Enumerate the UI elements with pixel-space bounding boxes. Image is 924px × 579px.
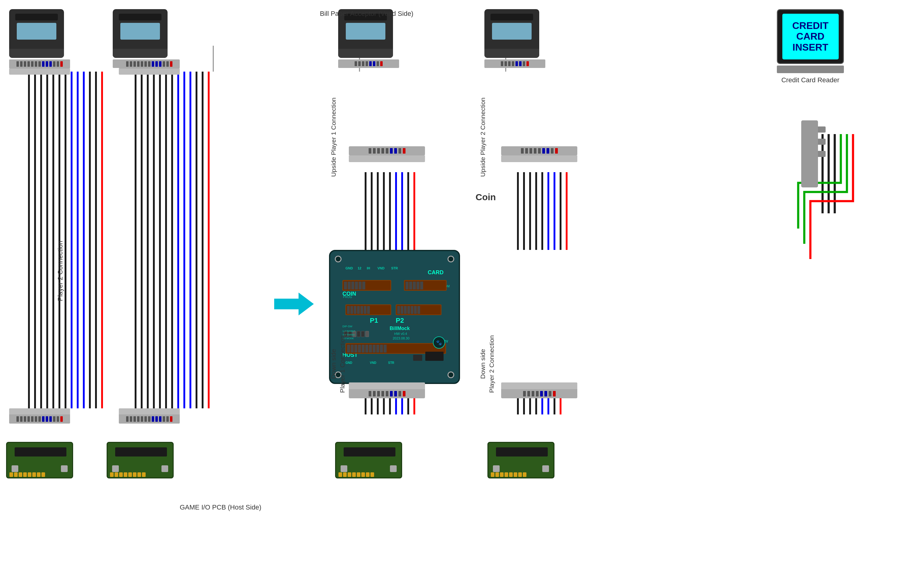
game-pcb-p1-center [335,442,402,478]
downside-p1-label: Down sidePlayer 1 Connection [329,335,347,393]
credit-card-reader-label: Credit Card Reader [782,76,840,84]
upside-p1-connector [349,146,425,162]
upside-p1-label: Upside Player 1 Connection [329,98,338,177]
game-pcb-p2-center [487,442,555,478]
credit-card-insert-text: CREDIT CARD INSERT [782,20,839,53]
wires-diagram [0,0,924,579]
credit-card-reader: CREDIT CARD INSERT Credit Card Reader [777,9,844,84]
upside-p2-connector [501,146,577,162]
downside-p2-connector [501,383,577,398]
main-diagram: Bill Paper Acceptor (Vend Side) Coin CRE… [0,0,924,579]
cc-cable-connector [801,120,818,187]
game-pcb-p1-left [6,442,73,478]
top-connector-p2-left [119,59,180,75]
downside-p1-connector [349,383,425,398]
upside-p2-label: Upside Player 2 Connection [478,98,487,177]
game-pcb-p2-left [107,442,174,478]
player2-connection-label: Player 2 Connection [56,241,64,301]
top-connector-p1-left [9,59,70,75]
right-arrow [274,293,314,316]
billmock-pcb: GND 12 IH VND STR COIN CARD EXT.COM P1 P… [329,250,460,384]
game-io-label: GAME I/O PCB (Host Side) [180,503,261,512]
bottom-connector-p2-left [119,408,180,424]
downside-p2-label: Down sidePlayer 2 Connection [478,335,496,393]
bill-acceptor-vend-2 [484,9,545,68]
bill-acceptor-label: Bill Paper Acceptor (Vend Side) [320,9,413,19]
bottom-connector-p1-left [9,408,70,424]
svg-marker-67 [274,293,314,316]
